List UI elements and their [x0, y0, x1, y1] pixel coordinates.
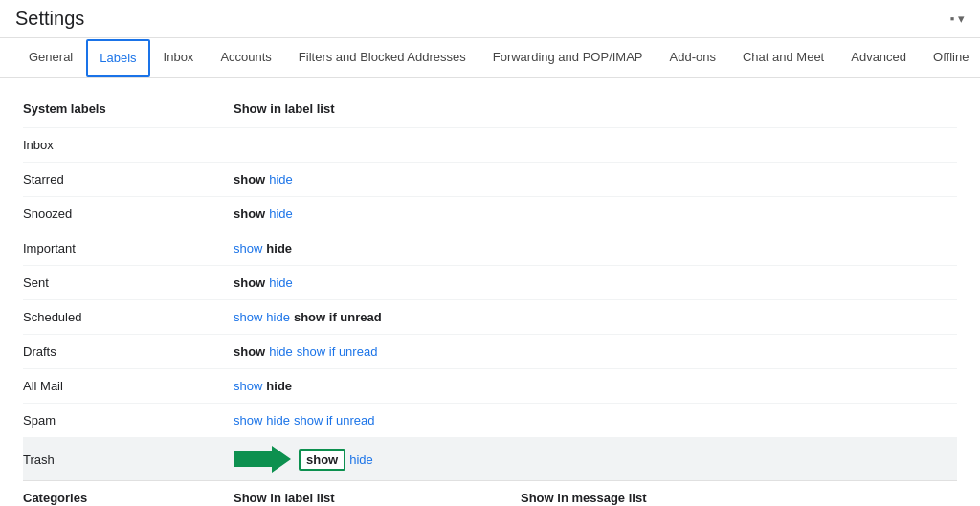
- label-name-inbox: Inbox: [23, 138, 234, 152]
- tab-labels[interactable]: Labels: [86, 39, 149, 77]
- snoozed-show-bold: show: [234, 207, 265, 221]
- label-actions-sent: show hide: [234, 275, 957, 290]
- label-row-drafts: Drafts show hide show if unread: [23, 334, 957, 368]
- system-labels-header: System labels: [23, 101, 234, 116]
- snoozed-hide-link[interactable]: hide: [269, 207, 293, 221]
- categories-show-label-header: Show in label list: [234, 491, 521, 505]
- label-name-important: Important: [23, 241, 234, 255]
- tab-inbox[interactable]: Inbox: [150, 38, 208, 77]
- trash-show-boxed[interactable]: show: [299, 449, 345, 471]
- spam-show-if-unread-link[interactable]: show if unread: [294, 413, 375, 428]
- label-row-important: Important show hide: [23, 231, 957, 265]
- scheduled-show-if-unread-bold: show if unread: [294, 310, 382, 324]
- sent-show-bold: show: [234, 275, 265, 290]
- scheduled-show-link[interactable]: show: [234, 310, 262, 324]
- label-row-inbox: Inbox: [23, 127, 957, 162]
- label-name-sent: Sent: [23, 275, 234, 290]
- label-name-starred: Starred: [23, 172, 234, 187]
- svg-marker-0: [234, 446, 291, 473]
- label-row-sent: Sent show hide: [23, 265, 957, 299]
- tab-advanced[interactable]: Advanced: [837, 38, 920, 77]
- allmail-show-link[interactable]: show: [234, 379, 262, 393]
- label-actions-trash: show hide: [299, 449, 373, 471]
- spam-show-link[interactable]: show: [234, 413, 262, 428]
- label-row-scheduled: Scheduled show hide show if unread: [23, 299, 957, 334]
- categories-section-header: Categories Show in label list Show in me…: [23, 480, 957, 506]
- green-arrow-icon: [234, 446, 291, 473]
- categories-show-message-header: Show in message list: [521, 491, 957, 505]
- label-actions-allmail: show hide: [234, 379, 957, 393]
- tab-offline[interactable]: Offline: [920, 38, 980, 77]
- label-row-starred: Starred show hide: [23, 162, 957, 196]
- label-actions-starred: show hide: [234, 172, 957, 187]
- label-name-spam: Spam: [23, 413, 234, 428]
- label-actions-important: show hide: [234, 241, 957, 255]
- label-row-allmail: All Mail show hide: [23, 368, 957, 403]
- label-row-snoozed: Snoozed show hide: [23, 196, 957, 231]
- tab-chatmeet[interactable]: Chat and Meet: [729, 38, 837, 77]
- spam-hide-link[interactable]: hide: [266, 413, 290, 428]
- settings-content: System labels Show in label list Inbox S…: [0, 78, 980, 506]
- trash-arrow-container: show hide: [234, 446, 957, 473]
- important-show-link[interactable]: show: [234, 241, 262, 255]
- starred-hide-link[interactable]: hide: [269, 172, 293, 187]
- label-row-trash: Trash show hide: [23, 437, 957, 480]
- label-name-trash: Trash: [23, 452, 234, 467]
- label-name-scheduled: Scheduled: [23, 310, 234, 324]
- drafts-show-bold: show: [234, 344, 265, 359]
- label-name-allmail: All Mail: [23, 379, 234, 393]
- settings-nav: General Labels Inbox Accounts Filters an…: [0, 38, 980, 78]
- label-name-snoozed: Snoozed: [23, 207, 234, 221]
- allmail-hide-bold: hide: [266, 379, 292, 393]
- window-ctrl-icon[interactable]: ▪ ▾: [950, 11, 965, 26]
- tab-forwarding[interactable]: Forwarding and POP/IMAP: [479, 38, 657, 77]
- tab-general[interactable]: General: [15, 38, 86, 77]
- label-actions-scheduled: show hide show if unread: [234, 310, 957, 324]
- categories-name-header: Categories: [23, 491, 234, 505]
- page-title: Settings: [15, 8, 84, 30]
- window-controls: ▪ ▾: [950, 11, 965, 26]
- label-actions-spam: show hide show if unread: [234, 413, 957, 428]
- label-name-drafts: Drafts: [23, 344, 234, 359]
- starred-show-bold: show: [234, 172, 265, 187]
- show-in-label-list-header: Show in label list: [234, 101, 521, 116]
- tab-addons[interactable]: Add-ons: [657, 38, 729, 77]
- label-actions-snoozed: show hide: [234, 207, 957, 221]
- important-hide-bold: hide: [266, 241, 292, 255]
- drafts-show-if-unread-link[interactable]: show if unread: [297, 344, 378, 359]
- label-actions-drafts: show hide show if unread: [234, 344, 957, 359]
- sent-hide-link[interactable]: hide: [269, 275, 293, 290]
- trash-hide-link[interactable]: hide: [349, 452, 373, 467]
- drafts-hide-link[interactable]: hide: [269, 344, 293, 359]
- scheduled-hide-link[interactable]: hide: [266, 310, 290, 324]
- tab-filters[interactable]: Filters and Blocked Addresses: [285, 38, 479, 77]
- tab-accounts[interactable]: Accounts: [207, 38, 284, 77]
- section-header: System labels Show in label list: [23, 94, 957, 123]
- title-bar: Settings ▪ ▾: [0, 0, 980, 38]
- label-row-spam: Spam show hide show if unread: [23, 403, 957, 437]
